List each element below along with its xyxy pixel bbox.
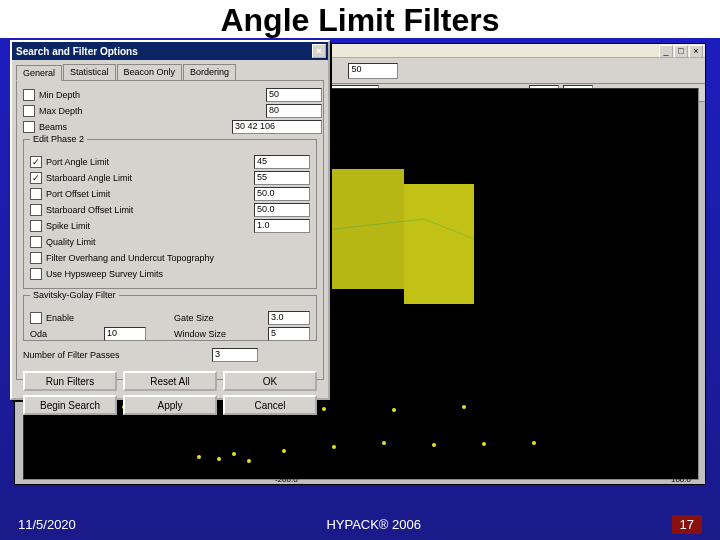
port-angle-input[interactable]: 45 <box>254 155 310 169</box>
svg-point-21 <box>232 452 236 456</box>
port-offset-checkbox[interactable] <box>30 188 42 200</box>
minimize-button[interactable]: _ <box>659 45 673 58</box>
passes-row: Number of Filter Passes 3 <box>23 347 317 363</box>
beams-row: Beams 30 42 106 <box>23 119 317 135</box>
tab-beacon[interactable]: Beacon Only <box>117 64 183 80</box>
quality-checkbox[interactable] <box>30 236 42 248</box>
beams-label: Beams <box>39 122 67 132</box>
gate-size-label: Gate Size <box>174 313 214 323</box>
hypsweep-checkbox[interactable] <box>30 268 42 280</box>
golay-enable-label: Enable <box>46 313 74 323</box>
passes-input[interactable]: 3 <box>212 348 258 362</box>
oda-label: Oda <box>30 329 47 339</box>
starboard-offset-checkbox[interactable] <box>30 204 42 216</box>
port-offset-input[interactable]: 50.0 <box>254 187 310 201</box>
svg-point-17 <box>392 408 396 412</box>
x-axis-tick-right: 160.0 <box>671 475 691 484</box>
starboard-angle-checkbox[interactable]: ✓ <box>30 172 42 184</box>
filter-dialog: Search and Filter Options × General Stat… <box>10 40 330 400</box>
svg-point-19 <box>197 455 201 459</box>
spike-input[interactable]: 1.0 <box>254 219 310 233</box>
run-filters-button[interactable]: Run Filters <box>23 371 117 391</box>
dialog-title: Search and Filter Options <box>16 46 138 57</box>
svg-point-16 <box>322 407 326 411</box>
svg-point-22 <box>247 459 251 463</box>
svg-point-20 <box>217 457 221 461</box>
sparse-points-2 <box>194 429 554 469</box>
min-depth-checkbox[interactable] <box>23 89 35 101</box>
svg-point-24 <box>332 445 336 449</box>
begin-search-button[interactable]: Begin Search <box>23 395 117 415</box>
min-depth-label: Min Depth <box>39 90 80 100</box>
spike-label: Spike Limit <box>46 221 90 231</box>
tab-bordering[interactable]: Bordering <box>183 64 236 80</box>
dialog-tabs: General Statistical Beacon Only Borderin… <box>16 64 324 80</box>
starboard-angle-input[interactable]: 55 <box>254 171 310 185</box>
maximize-button[interactable]: □ <box>674 45 688 58</box>
svg-point-23 <box>282 449 286 453</box>
beams-checkbox[interactable] <box>23 121 35 133</box>
min-depth-input[interactable]: 50 <box>266 88 322 102</box>
svg-point-26 <box>432 443 436 447</box>
slide-background: Angle Limit Filters _ □ × ⤢ ↑ ↓ ↑ ↓ # Sw… <box>0 0 720 540</box>
svg-point-28 <box>532 441 536 445</box>
reset-all-button[interactable]: Reset All <box>123 371 217 391</box>
hypsweep-label: Use Hypsweep Survey Limits <box>46 269 163 279</box>
starboard-offset-input[interactable]: 50.0 <box>254 203 310 217</box>
overhang-checkbox[interactable] <box>30 252 42 264</box>
golay-enable-checkbox[interactable] <box>30 312 42 324</box>
starboard-offset-label: Starboard Offset Limit <box>46 205 133 215</box>
cancel-button[interactable]: Cancel <box>223 395 317 415</box>
golay-label: Savitsky-Golay Filter <box>30 290 119 300</box>
quality-label: Quality Limit <box>46 237 96 247</box>
tab-body: Min Depth 50 Max Depth 80 Beams 30 42 10… <box>16 80 324 380</box>
apply-button[interactable]: Apply <box>123 395 217 415</box>
footer-center: HYPACK® 2006 <box>326 517 421 532</box>
golay-group: Savitsky-Golay Filter Enable Gate Size 3… <box>23 295 317 341</box>
min-depth-row: Min Depth 50 <box>23 87 317 103</box>
window-size-input[interactable]: 5 <box>268 327 310 341</box>
svg-point-27 <box>482 442 486 446</box>
x-axis-tick-left: -260.0 <box>275 475 298 484</box>
footer-date: 11/5/2020 <box>18 517 76 532</box>
max-depth-input[interactable]: 80 <box>266 104 322 118</box>
tab-general[interactable]: General <box>16 65 62 81</box>
svg-rect-4 <box>404 184 474 304</box>
overhang-label: Filter Overhang and Undercut Topography <box>46 253 214 263</box>
phase2-label: Edit Phase 2 <box>30 134 87 144</box>
dialog-close-button[interactable]: × <box>312 44 326 58</box>
edit-phase2-group: Edit Phase 2 ✓Port Angle Limit45 ✓Starbo… <box>23 139 317 289</box>
button-row-1: Run Filters Reset All OK <box>23 371 317 391</box>
dialog-titlebar[interactable]: Search and Filter Options × <box>12 42 328 60</box>
tab-statistical[interactable]: Statistical <box>63 64 116 80</box>
beams-input[interactable]: 30 42 106 <box>232 120 322 134</box>
sweeps-field[interactable]: 50 <box>348 63 398 79</box>
close-button[interactable]: × <box>689 45 703 58</box>
gate-size-input[interactable]: 3.0 <box>268 311 310 325</box>
svg-point-25 <box>382 441 386 445</box>
max-depth-checkbox[interactable] <box>23 105 35 117</box>
oda-input[interactable]: 10 <box>104 327 146 341</box>
window-size-label: Window Size <box>174 329 226 339</box>
slide-title: Angle Limit Filters <box>0 0 720 38</box>
port-angle-label: Port Angle Limit <box>46 157 109 167</box>
max-depth-row: Max Depth 80 <box>23 103 317 119</box>
ok-button[interactable]: OK <box>223 371 317 391</box>
port-offset-label: Port Offset Limit <box>46 189 110 199</box>
starboard-angle-label: Starboard Angle Limit <box>46 173 132 183</box>
button-row-2: Begin Search Apply Cancel <box>23 395 317 415</box>
svg-point-18 <box>462 405 466 409</box>
y-axis-tick: 40.0 <box>39 467 55 476</box>
port-angle-checkbox[interactable]: ✓ <box>30 156 42 168</box>
window-controls: _ □ × <box>659 45 703 58</box>
slide-footer: 11/5/2020 HYPACK® 2006 17 <box>0 508 720 540</box>
passes-label: Number of Filter Passes <box>23 350 120 360</box>
max-depth-label: Max Depth <box>39 106 83 116</box>
page-number: 17 <box>672 515 702 534</box>
spike-checkbox[interactable] <box>30 220 42 232</box>
